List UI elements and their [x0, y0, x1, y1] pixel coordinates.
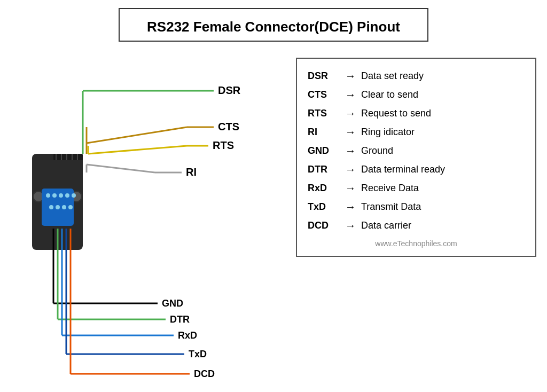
- pin-arrow: →: [340, 89, 361, 101]
- pin-desc: Data terminal ready: [361, 164, 525, 175]
- pin-desc: Receive Data: [361, 183, 525, 194]
- pin-arrow: →: [340, 126, 361, 138]
- pin-row: CTS → Clear to send: [308, 85, 525, 104]
- svg-point-22: [56, 205, 60, 209]
- pin-row: DCD → Data carrier: [308, 216, 525, 235]
- svg-text:DTR: DTR: [170, 314, 190, 325]
- website-label: www.eTechnophiles.com: [308, 239, 525, 248]
- svg-line-9: [87, 164, 155, 173]
- pin-arrow: →: [340, 182, 361, 194]
- pin-arrow: →: [340, 201, 361, 213]
- svg-text:RTS: RTS: [213, 139, 234, 151]
- svg-point-18: [59, 193, 63, 198]
- svg-text:CTS: CTS: [218, 121, 239, 132]
- pin-desc: Request to send: [361, 108, 525, 119]
- svg-line-6: [88, 146, 187, 154]
- svg-line-3: [87, 127, 187, 143]
- pin-abbr: DTR: [308, 164, 340, 175]
- pin-abbr: DSR: [308, 70, 340, 82]
- svg-text:DCD: DCD: [194, 369, 215, 379]
- svg-text:RI: RI: [186, 166, 197, 178]
- pin-abbr: RI: [308, 127, 340, 138]
- pin-row: GND → Ground: [308, 142, 525, 160]
- page-title: RS232 Female Connector(DCE) Pinout: [119, 8, 428, 42]
- pin-desc: Ground: [361, 145, 525, 156]
- pin-arrow: →: [340, 163, 361, 176]
- pin-row: DTR → Data terminal ready: [308, 160, 525, 179]
- pin-arrow: →: [340, 107, 361, 120]
- pin-desc: Ring idicator: [361, 127, 525, 138]
- svg-text:RxD: RxD: [178, 330, 197, 341]
- pin-abbr: GND: [308, 145, 340, 156]
- svg-point-21: [49, 205, 53, 209]
- pin-abbr: TxD: [308, 201, 340, 213]
- pin-desc: Clear to send: [361, 89, 525, 100]
- pin-arrow: →: [340, 70, 361, 82]
- pin-row: TxD → Transmit Data: [308, 198, 525, 216]
- svg-point-23: [62, 205, 66, 209]
- svg-point-16: [46, 193, 50, 198]
- svg-text:GND: GND: [162, 298, 183, 309]
- pin-arrow: →: [340, 219, 361, 232]
- pin-desc: Transmit Data: [361, 201, 525, 213]
- pin-arrow: →: [340, 145, 361, 157]
- pin-desc: Data carrier: [361, 220, 525, 231]
- svg-point-24: [68, 205, 73, 209]
- pin-abbr: CTS: [308, 89, 340, 100]
- svg-text:TxD: TxD: [189, 349, 207, 359]
- pin-row: DSR → Data set ready: [308, 67, 525, 85]
- pin-abbr: RxD: [308, 183, 340, 194]
- svg-point-19: [65, 193, 69, 198]
- pin-row: RTS → Request to send: [308, 104, 525, 123]
- pin-table: DSR → Data set ready CTS → Clear to send…: [296, 58, 536, 257]
- pin-abbr: DCD: [308, 220, 340, 231]
- pin-row: RI → Ring idicator: [308, 123, 525, 142]
- pin-abbr: RTS: [308, 108, 340, 119]
- pin-desc: Data set ready: [361, 70, 525, 82]
- svg-text:DSR: DSR: [218, 84, 241, 96]
- pin-row: RxD → Receive Data: [308, 179, 525, 198]
- svg-point-20: [72, 193, 76, 198]
- svg-rect-25: [53, 154, 83, 160]
- svg-point-17: [52, 193, 57, 198]
